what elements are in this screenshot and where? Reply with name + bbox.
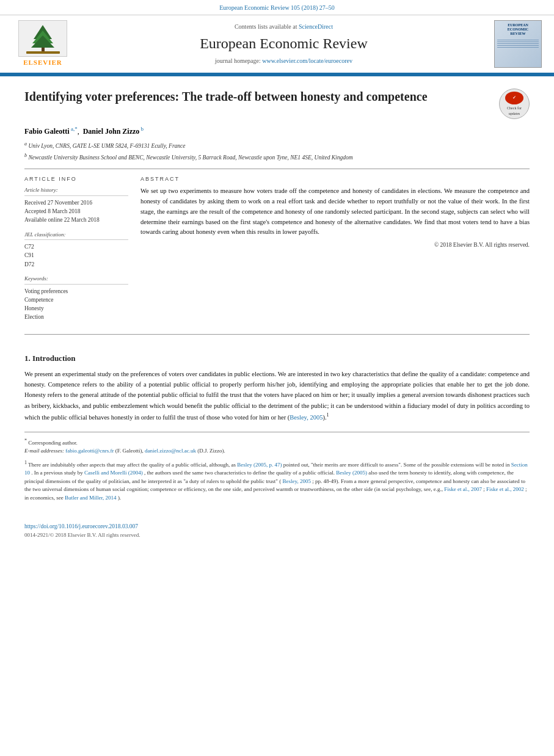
- keywords-title: Keywords:: [24, 275, 128, 285]
- homepage-link[interactable]: www.elsevier.com/locate/euroecorev: [262, 57, 352, 64]
- sciencedirect-link[interactable]: ScienceDirect: [299, 23, 333, 30]
- article-section: Identifying voter preferences: The trade…: [0, 76, 554, 335]
- section-word: . In a previous study by: [31, 470, 84, 476]
- fiske-2007-link[interactable]: Fiske et al., 2007: [444, 486, 482, 492]
- article-info-column: ARTICLE INFO Article history: Received 2…: [24, 175, 128, 328]
- article-history-block: Article history: Received 27 November 20…: [24, 186, 128, 224]
- abstract-column: ABSTRACT We set up two experiments to me…: [140, 175, 530, 328]
- abstract-label: ABSTRACT: [140, 175, 530, 183]
- doi-link[interactable]: https://doi.org/10.1016/j.euroecorev.201…: [24, 523, 138, 529]
- divider-2: [24, 334, 530, 335]
- journal-cover-thumbnail: EUROPEANECONOMICREVIEW: [494, 20, 542, 68]
- jel-classification-title: JEL classification:: [24, 231, 128, 241]
- footnote-1: 1 There are indubitably other aspects th…: [24, 459, 530, 503]
- footnote-star: * Corresponding author. E-mail addresses…: [24, 437, 530, 456]
- author-2-sup: b: [139, 126, 144, 132]
- email-zizzo[interactable]: daniel.zizzo@ncl.ac.uk: [145, 448, 196, 454]
- copyright-footer: 0014-2921/© 2018 Elsevier B.V. All right…: [24, 532, 140, 538]
- jel-classification-block: JEL classification: C72C91D72: [24, 231, 128, 269]
- elsevier-tree-image: [18, 20, 67, 57]
- keywords-content: Voting preferences Competence Honesty El…: [24, 287, 128, 322]
- besley-2005-fn2-link[interactable]: Besley (2005): [336, 470, 367, 476]
- article-info-label: ARTICLE INFO: [24, 175, 128, 183]
- abstract-text: We set up two experiments to measure how…: [140, 186, 530, 238]
- journal-title: European Economic Review: [79, 34, 488, 54]
- butler-miller-link[interactable]: Butler and Miller, 2014: [65, 495, 117, 501]
- elsevier-logo: ELSEVIER: [12, 20, 73, 67]
- keywords-block: Keywords: Voting preferences Competence …: [24, 275, 128, 322]
- author-1-sup: a,*: [70, 126, 78, 132]
- author-1-name: Fabio Galeotti: [24, 127, 70, 136]
- check-icon: ✓: [505, 92, 523, 104]
- svg-rect-4: [26, 51, 60, 54]
- article-history-content: Received 27 November 2016 Accepted 8 Mar…: [24, 198, 128, 225]
- authors-line: Fabio Galeotti a,*, Daniel John Zizzo b: [24, 125, 530, 137]
- doi-footer: https://doi.org/10.1016/j.euroecorev.201…: [0, 518, 554, 545]
- besley-2005-fn3-link[interactable]: Besley, 2005: [283, 478, 311, 484]
- divider-1: [24, 169, 530, 169]
- main-content: 1. Introduction We present an experiment…: [0, 341, 554, 518]
- affiliation-2: b Newcastle University Business School a…: [24, 152, 530, 162]
- jel-codes: C72C91D72: [24, 242, 128, 269]
- contents-available-line: Contents lists available at ScienceDirec…: [79, 23, 488, 31]
- journal-center: Contents lists available at ScienceDirec…: [79, 23, 488, 65]
- author-2-name: Daniel John Zizzo: [83, 127, 140, 136]
- article-title-area: Identifying voter preferences: The trade…: [24, 89, 530, 119]
- article-title: Identifying voter preferences: The trade…: [24, 89, 493, 104]
- article-history-title: Article history:: [24, 186, 128, 196]
- caselli-morelli-link[interactable]: Caselli and Morelli (2004): [84, 470, 143, 476]
- besley-2005-link[interactable]: Besley, 2005: [290, 414, 323, 421]
- copyright-line: © 2018 Elsevier B.V. All rights reserved…: [140, 241, 530, 249]
- section-1-heading: 1. Introduction: [24, 353, 530, 364]
- footnote-area: * Corresponding author. E-mail addresses…: [24, 432, 530, 503]
- elsevier-text: ELSEVIER: [23, 58, 62, 67]
- journal-top-bar: European Economic Review 105 (2018) 27–5…: [0, 0, 554, 15]
- homepage-line: journal homepage: www.elsevier.com/locat…: [79, 57, 488, 65]
- check-updates-badge: ✓ Check for updates: [499, 89, 530, 119]
- article-info-abstract: ARTICLE INFO Article history: Received 2…: [24, 175, 530, 328]
- tree-svg: [20, 22, 66, 56]
- journal-header: ELSEVIER Contents lists available at Sci…: [0, 15, 554, 74]
- email-galeotti[interactable]: fabio.galeotti@cnrs.fr: [65, 448, 114, 454]
- besley-2005-fn-link[interactable]: Besley (2005, p. 47): [237, 462, 282, 468]
- section-1-paragraph-1: We present an experimental study on the …: [24, 369, 530, 423]
- affiliation-1: a Univ Lyon, CNRS, GATE L-SE UMR 5824, F…: [24, 140, 530, 150]
- fiske-2002-link[interactable]: Fiske et al., 2002: [486, 486, 524, 492]
